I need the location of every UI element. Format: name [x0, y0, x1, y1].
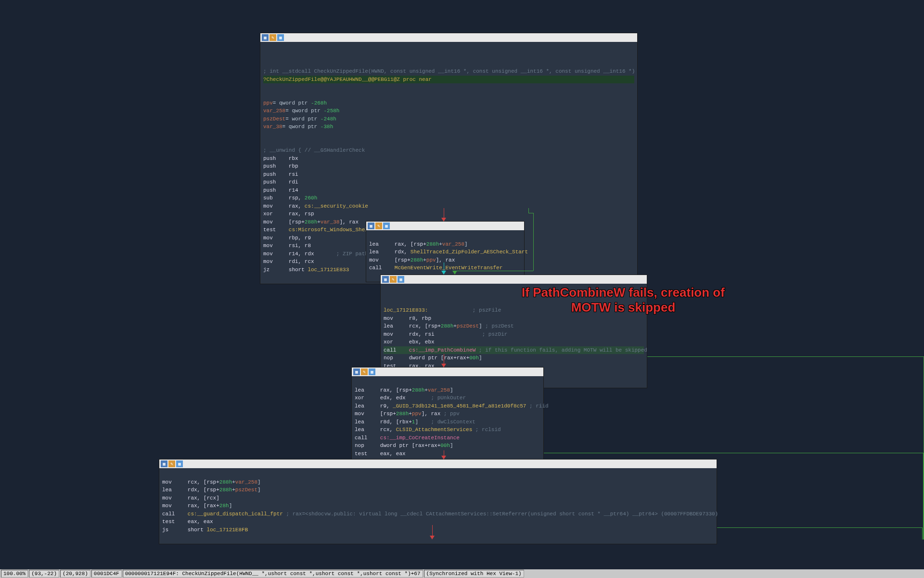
edge: [923, 453, 924, 539]
node-icon-3: ▦: [369, 368, 375, 375]
node-body[interactable]: mov rcx, [rsp+288h+var_258] lea rdx, [rs…: [159, 468, 717, 544]
node-icon-2: ✎: [270, 34, 276, 41]
node-header: ▦ ✎ ▦: [381, 275, 647, 284]
edge: [533, 213, 534, 271]
arrow-icon: [452, 271, 457, 275]
arrow-icon: [430, 536, 435, 539]
node-header: ▦ ✎ ▦: [159, 460, 717, 468]
node-icon-2: ✎: [361, 368, 368, 375]
node-icon-3: ▦: [277, 34, 284, 41]
node-header: ▦ ✎ ▦: [260, 33, 637, 42]
node-icon-3: ▦: [176, 460, 183, 467]
edge: [647, 356, 924, 357]
node-icon-2: ✎: [168, 460, 175, 467]
node-icon-1: ▦: [353, 368, 360, 375]
node-header: ▦ ✎ ▦: [352, 368, 543, 376]
graph-node-5[interactable]: ▦ ✎ ▦ mov rcx, [rsp+288h+var_258] lea rd…: [159, 459, 717, 544]
status-zoom[interactable]: 100.00%: [1, 570, 28, 578]
status-address: 000000017121E94F: CheckUnZippedFile(HWND…: [123, 570, 423, 578]
node-icon-3: ▦: [398, 276, 404, 283]
proc-name: ?CheckUnZippedFile@@YAJPEAUHWND__@@PEBG1…: [263, 77, 432, 82]
node-header: ▦ ✎ ▦: [366, 222, 524, 230]
arrow-icon: [441, 218, 446, 222]
node-icon-1: ▦: [368, 223, 374, 229]
edge: [922, 527, 923, 539]
node-icon-1: ▦: [161, 460, 167, 467]
node-icon-1: ▦: [262, 34, 269, 41]
arrow-icon: [441, 364, 446, 368]
edge: [717, 527, 922, 528]
node-icon-2: ✎: [375, 223, 382, 229]
edge: [528, 208, 529, 213]
status-offset: 0001DC4F: [91, 570, 122, 578]
node-icon-3: ▦: [383, 223, 390, 229]
arrow-icon: [441, 271, 446, 275]
status-coords1: (93,-22): [29, 570, 59, 578]
edge: [544, 453, 923, 453]
arrow-icon: [441, 456, 446, 460]
annotation-text: If PathCombineW fails, creation ofMOTW i…: [496, 285, 751, 315]
edge: [528, 213, 533, 213]
status-bar: 100.00% (93,-22) (20,928) 0001DC4F 00000…: [0, 569, 924, 578]
status-coords2: (20,928): [60, 570, 90, 578]
edge: [455, 271, 533, 271]
status-sync: (Synchronized with Hex View-1): [424, 570, 524, 578]
node-icon-2: ✎: [390, 276, 397, 283]
node-icon-1: ▦: [382, 276, 389, 283]
proto-comment: ; int __stdcall CheckUnZippedFile(HWND, …: [263, 68, 635, 74]
